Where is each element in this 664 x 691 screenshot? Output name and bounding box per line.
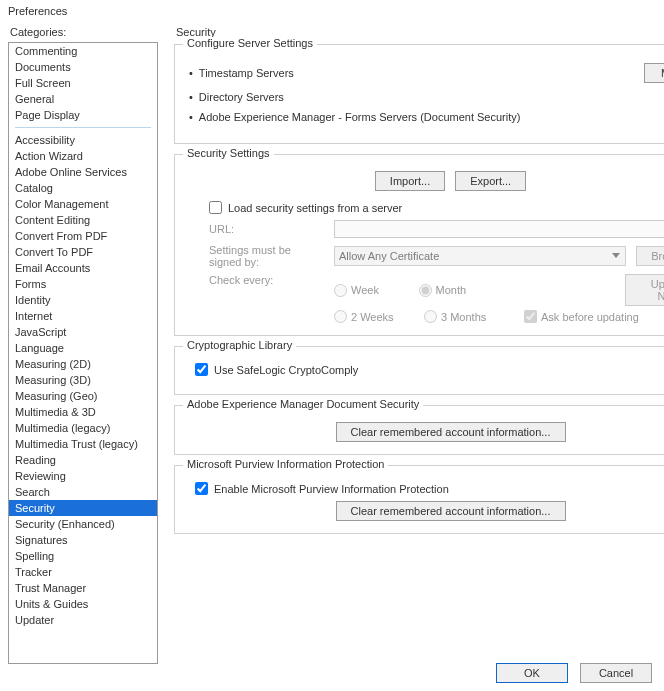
crypto-checkbox[interactable] bbox=[195, 363, 208, 376]
category-item[interactable]: Signatures bbox=[9, 532, 157, 548]
group-title-aem: Adobe Experience Manager Document Securi… bbox=[183, 398, 423, 410]
category-item[interactable]: General bbox=[9, 91, 157, 107]
radio-3months bbox=[424, 310, 437, 323]
export-button[interactable]: Export... bbox=[455, 171, 526, 191]
cancel-button[interactable]: Cancel bbox=[580, 663, 652, 683]
mpip-enable-checkbox[interactable] bbox=[195, 482, 208, 495]
group-title-server: Configure Server Settings bbox=[183, 37, 317, 49]
server-item-aem: Adobe Experience Manager - Forms Servers… bbox=[199, 111, 521, 123]
category-item[interactable]: Multimedia (legacy) bbox=[9, 420, 157, 436]
aem-clear-button[interactable]: Clear remembered account information... bbox=[336, 422, 566, 442]
category-item[interactable]: Multimedia Trust (legacy) bbox=[9, 436, 157, 452]
category-item[interactable]: Reviewing bbox=[9, 468, 157, 484]
category-item[interactable]: Full Screen bbox=[9, 75, 157, 91]
categories-label: Categories: bbox=[10, 26, 158, 38]
category-item[interactable]: Updater bbox=[9, 612, 157, 628]
category-item[interactable]: Reading bbox=[9, 452, 157, 468]
category-item[interactable]: Multimedia & 3D bbox=[9, 404, 157, 420]
category-item[interactable]: Convert To PDF bbox=[9, 244, 157, 260]
signed-by-label: Settings must be signed by: bbox=[209, 244, 324, 268]
more-button[interactable]: More... bbox=[644, 63, 664, 83]
dialog-footer: OK Cancel bbox=[496, 663, 652, 683]
load-from-server-checkbox[interactable] bbox=[209, 201, 222, 214]
group-mpip: Microsoft Purview Information Protection… bbox=[174, 465, 664, 534]
update-now-button: Update Now bbox=[625, 274, 664, 306]
import-button[interactable]: Import... bbox=[375, 171, 445, 191]
category-item[interactable]: Catalog bbox=[9, 180, 157, 196]
category-divider bbox=[15, 127, 151, 128]
radio-2weeks bbox=[334, 310, 347, 323]
category-item[interactable]: Measuring (Geo) bbox=[9, 388, 157, 404]
group-title-mpip: Microsoft Purview Information Protection bbox=[183, 458, 388, 470]
group-title-security-settings: Security Settings bbox=[183, 147, 274, 159]
check-every-label: Check every: bbox=[209, 274, 324, 286]
category-item[interactable]: Security (Enhanced) bbox=[9, 516, 157, 532]
radio-month bbox=[419, 284, 432, 297]
category-item[interactable]: Internet bbox=[9, 308, 157, 324]
category-item[interactable]: Accessibility bbox=[9, 132, 157, 148]
radio-week bbox=[334, 284, 347, 297]
ok-button[interactable]: OK bbox=[496, 663, 568, 683]
category-item[interactable]: Units & Guides bbox=[9, 596, 157, 612]
server-item-directory: Directory Servers bbox=[199, 91, 284, 103]
signed-by-select: Allow Any Certificate bbox=[334, 246, 626, 266]
server-item-timestamp: Timestamp Servers bbox=[199, 67, 294, 79]
category-item[interactable]: Language bbox=[9, 340, 157, 356]
crypto-label: Use SafeLogic CryptoComply bbox=[214, 364, 358, 376]
category-item[interactable]: Color Management bbox=[9, 196, 157, 212]
category-item[interactable]: Identity bbox=[9, 292, 157, 308]
load-from-server-label: Load security settings from a server bbox=[228, 202, 402, 214]
ask-before-checkbox bbox=[524, 310, 537, 323]
category-item[interactable]: Documents bbox=[9, 59, 157, 75]
category-item[interactable]: Spelling bbox=[9, 548, 157, 564]
category-item[interactable]: Security bbox=[9, 500, 157, 516]
category-item[interactable]: Commenting bbox=[9, 43, 157, 59]
group-title-crypto: Cryptographic Library bbox=[183, 339, 296, 351]
url-label: URL: bbox=[209, 223, 324, 235]
url-input bbox=[334, 220, 664, 238]
category-item[interactable]: JavaScript bbox=[9, 324, 157, 340]
category-item[interactable]: Tracker bbox=[9, 564, 157, 580]
browse-button: Browse... bbox=[636, 246, 664, 266]
mpip-clear-button[interactable]: Clear remembered account information... bbox=[336, 501, 566, 521]
category-item[interactable]: Search bbox=[9, 484, 157, 500]
category-item[interactable]: Page Display bbox=[9, 107, 157, 123]
category-item[interactable]: Forms bbox=[9, 276, 157, 292]
group-crypto: Cryptographic Library Use SafeLogic Cryp… bbox=[174, 346, 664, 395]
window-title: Preferences bbox=[0, 0, 664, 22]
category-item[interactable]: Convert From PDF bbox=[9, 228, 157, 244]
category-item[interactable]: Content Editing bbox=[9, 212, 157, 228]
category-item[interactable]: Adobe Online Services bbox=[9, 164, 157, 180]
category-item[interactable]: Action Wizard bbox=[9, 148, 157, 164]
group-server-settings: Configure Server Settings •Timestamp Ser… bbox=[174, 44, 664, 144]
category-item[interactable]: Measuring (3D) bbox=[9, 372, 157, 388]
categories-list[interactable]: CommentingDocumentsFull ScreenGeneralPag… bbox=[8, 42, 158, 664]
mpip-enable-label: Enable Microsoft Purview Information Pro… bbox=[214, 483, 449, 495]
category-item[interactable]: Measuring (2D) bbox=[9, 356, 157, 372]
group-security-settings: Security Settings Import... Export... Lo… bbox=[174, 154, 664, 336]
category-item[interactable]: Email Accounts bbox=[9, 260, 157, 276]
group-aem: Adobe Experience Manager Document Securi… bbox=[174, 405, 664, 455]
category-item[interactable]: Trust Manager bbox=[9, 580, 157, 596]
